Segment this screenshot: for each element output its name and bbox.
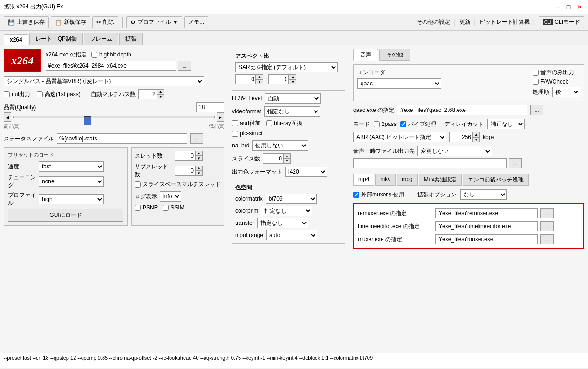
- auto-multipass-input[interactable]: [138, 89, 157, 99]
- tab-rate-qp[interactable]: レート・QP制御: [29, 33, 83, 45]
- audio-tmp-browse-button[interactable]: ...: [509, 158, 522, 168]
- sar-w-input[interactable]: [235, 74, 256, 84]
- sar-h-down[interactable]: ▼: [289, 79, 296, 84]
- external-muxer-checkbox[interactable]: [353, 192, 359, 198]
- sar-select[interactable]: SAR比を指定 (デフォルト): [235, 62, 338, 72]
- pipe-checkbox[interactable]: [400, 121, 406, 127]
- audio-tmp-select[interactable]: 変更しない: [417, 146, 492, 156]
- faw-check-checkbox[interactable]: [533, 79, 539, 85]
- profile-button[interactable]: ⚙ プロファイル ▼: [126, 16, 182, 28]
- update-link[interactable]: 更新: [459, 18, 471, 26]
- pic-struct-checkbox[interactable]: [232, 131, 238, 137]
- bluray-checkbox[interactable]: [266, 120, 272, 126]
- faw-check-label[interactable]: FAWCheck: [533, 78, 580, 85]
- maximize-button[interactable]: □: [564, 3, 573, 11]
- gui-load-button[interactable]: GUIにロード: [8, 209, 123, 222]
- new-save-button[interactable]: 📋 新規保存: [51, 16, 90, 28]
- pipe-label[interactable]: パイプ処理: [400, 120, 436, 128]
- slice-space-mt-label[interactable]: スライスベースマルチスレッド: [135, 181, 221, 188]
- bitrate-down[interactable]: ▼: [472, 137, 480, 142]
- subthread-down-btn[interactable]: ▼: [195, 171, 203, 176]
- processing-order-select[interactable]: 後: [552, 87, 580, 97]
- speed-select[interactable]: fast: [39, 161, 104, 172]
- muxer-browse-button[interactable]: ...: [540, 234, 554, 244]
- minimize-button[interactable]: ─: [553, 3, 562, 11]
- thread-down-btn[interactable]: ▼: [195, 156, 203, 161]
- quality-input[interactable]: [196, 102, 224, 112]
- cli-mode-button[interactable]: CLI CLIモード: [539, 16, 584, 28]
- exe-path-input[interactable]: [46, 61, 176, 71]
- sar-w-up[interactable]: ▲: [256, 74, 263, 79]
- tab-x264[interactable]: x264: [4, 34, 28, 45]
- close-button[interactable]: ✕: [575, 3, 584, 11]
- bitrate-calc-link[interactable]: ビットレート計算機: [479, 18, 530, 26]
- ext-option-select[interactable]: なし: [460, 189, 507, 200]
- memo-button[interactable]: メモ...: [184, 16, 208, 28]
- slice-count-up[interactable]: ▲: [283, 153, 291, 159]
- input-range-select[interactable]: auto: [266, 230, 317, 240]
- abr-mode-select[interactable]: ABR (AAC) ビットレート指定: [353, 132, 446, 142]
- mode-select[interactable]: シングルパス - 品質基準VBR(可変レート): [4, 76, 204, 86]
- tab-frame[interactable]: フレーム: [84, 33, 118, 45]
- slice-count-input[interactable]: [263, 153, 283, 164]
- nal-hrd-select[interactable]: 使用しない: [252, 140, 308, 151]
- quality-thumb[interactable]: [84, 116, 91, 125]
- videoformat-select[interactable]: 指定なし: [264, 106, 320, 117]
- bluray-label[interactable]: blu-ray互換: [266, 119, 302, 127]
- pass2-checkbox[interactable]: [374, 121, 380, 127]
- ssim-checkbox[interactable]: [163, 205, 169, 211]
- sar-h-input[interactable]: [268, 74, 289, 84]
- null-output-label[interactable]: nul出力: [4, 91, 30, 98]
- aud-add-checkbox[interactable]: [232, 120, 238, 126]
- high-speed-label[interactable]: 高速(1st pass): [37, 91, 81, 98]
- h264-level-select[interactable]: 自動: [265, 93, 321, 104]
- tab-mp4[interactable]: mp4: [353, 174, 374, 186]
- tab-other[interactable]: その他: [379, 49, 410, 61]
- timeline-browse-button[interactable]: ...: [540, 221, 554, 231]
- quality-right-arrow[interactable]: ▶: [217, 112, 224, 122]
- exe-browse-button[interactable]: ...: [178, 61, 191, 71]
- tab-mkv[interactable]: mkv: [375, 174, 396, 186]
- subthread-up-btn[interactable]: ▲: [195, 166, 203, 171]
- slice-count-down[interactable]: ▼: [283, 159, 291, 164]
- muxer-path-input[interactable]: [435, 234, 538, 244]
- quality-left-arrow[interactable]: ◀: [4, 112, 11, 122]
- profile-select[interactable]: high: [39, 194, 104, 204]
- slice-space-mt-checkbox[interactable]: [135, 181, 141, 188]
- output-color-select[interactable]: i420: [285, 167, 327, 177]
- external-muxer-label[interactable]: 外部muxerを使用: [353, 191, 404, 199]
- sar-h-up[interactable]: ▲: [289, 74, 296, 79]
- overwrite-save-button[interactable]: 💾 上書き保存: [4, 16, 49, 28]
- log-select[interactable]: info: [160, 191, 181, 202]
- highbit-depth-checkbox[interactable]: [91, 52, 97, 58]
- timeline-path-input[interactable]: [435, 221, 538, 231]
- tab-mux-common[interactable]: Mux共通設定: [419, 174, 462, 186]
- subthread-input[interactable]: [175, 166, 195, 176]
- colorprim-select[interactable]: 指定なし: [261, 206, 312, 216]
- qaac-browse-button[interactable]: ...: [530, 105, 543, 115]
- highbit-depth-checkbox-label[interactable]: highbit depth: [91, 51, 131, 58]
- thread-input[interactable]: [175, 151, 195, 161]
- audio-only-label[interactable]: 音声のみ出力: [533, 69, 580, 77]
- delay-cut-select[interactable]: 補正なし: [487, 119, 525, 129]
- psnr-checkbox[interactable]: [135, 205, 141, 211]
- transfer-select[interactable]: 指定なし: [257, 218, 308, 228]
- audio-tmp-path-input[interactable]: [353, 158, 507, 168]
- qaac-exe-input[interactable]: [397, 105, 527, 115]
- colormatrix-select[interactable]: bt709: [266, 194, 317, 204]
- thread-up-btn[interactable]: ▲: [195, 151, 203, 156]
- psnr-label[interactable]: PSNR: [135, 204, 158, 211]
- tab-enco-batch[interactable]: エンコ前後バッチ処理: [463, 174, 529, 186]
- tab-ext[interactable]: 拡張: [119, 33, 143, 45]
- remuxer-browse-button[interactable]: ...: [540, 208, 554, 218]
- tab-mpg[interactable]: mpg: [397, 174, 417, 186]
- pic-struct-label[interactable]: pic-struct: [232, 130, 345, 137]
- bitrate-up[interactable]: ▲: [472, 132, 480, 137]
- high-speed-checkbox[interactable]: [37, 91, 43, 97]
- multipass-down-btn[interactable]: ▼: [157, 94, 164, 99]
- status-file-input[interactable]: [57, 133, 187, 144]
- tab-audio[interactable]: 音声: [353, 49, 378, 61]
- pass2-label[interactable]: 2pass: [374, 121, 397, 127]
- delete-button[interactable]: ✂ 削除: [92, 16, 118, 28]
- null-output-checkbox[interactable]: [4, 91, 10, 97]
